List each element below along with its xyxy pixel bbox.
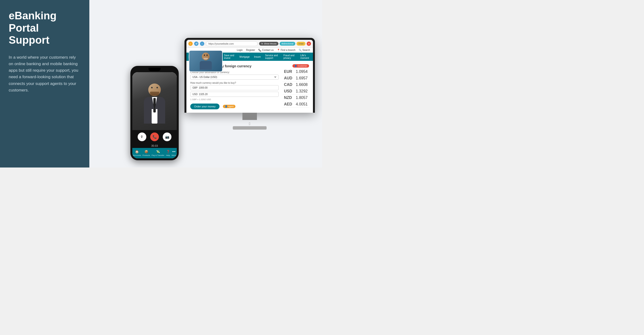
phone-header-icon: 📞 [258,49,261,51]
right-panel: 🎙 📞 📷 35:03 🏠 Accounts 📦 Products [89,0,322,167]
show-mouse-label: Show Mouse [264,42,276,45]
currency-table: EUR 1.0954 AUD 1.6957 CAD 1.6608 [282,68,309,108]
cad-code: CAD [284,82,292,87]
browser-toolbar: ‹ ↺ › https://yourwebsite.com 🖱 Show Mou… [186,40,313,48]
monitor-screen: ‹ ↺ › https://yourwebsite.com 🖱 Show Mou… [186,40,313,113]
phone-nav-more[interactable]: ••• More [172,149,176,156]
eur-rate: 1.0954 [296,69,308,74]
aud-code: AUD [284,76,292,80]
usd-code: USD [284,89,292,93]
forward-button[interactable]: › [200,41,204,46]
phone-video-area [132,72,177,130]
search-link[interactable]: 🔍 Search [299,49,310,51]
monitor-frame: ‹ ↺ › https://yourwebsite.com 🖱 Show Mou… [184,38,315,113]
url-text: https://yourwebsite.com [208,42,234,45]
usd-rate: 1.3292 [296,89,308,93]
eur-code: EUR [284,69,292,74]
pay-transfer-icon: 💸 [156,149,160,154]
currency-row-usd: USD 1.3292 [282,88,309,95]
currency-rates-panel: 👤 Customer EUR 1.0954 AUD 1.69 [282,64,309,109]
phone-nav-pay-label: Pay & Transfer [152,154,164,156]
phone-bottom-nav: 🏠 Accounts 📦 Products 💸 Pay & Transfer ❓… [132,148,177,158]
nav-fraud-privacy[interactable]: Fraud and privacy [282,53,297,60]
nav-lifes-moment[interactable]: Life's moment [300,53,311,60]
show-mouse-button[interactable]: 🖱 Show Mouse [259,42,278,46]
agent-label: Agent [228,105,234,108]
nav-insure[interactable]: Insure [253,55,262,59]
draw-button[interactable]: Draw [296,42,306,46]
exchange-rate-text: 1 GBP = 1.3292 USD [190,98,279,101]
agent-badge: 👤 Agent [223,105,236,108]
help-icon: ❓ [166,149,170,154]
destination-select[interactable]: USA - US Dollar (USD) [190,75,279,80]
phone-nav-more-label: More [172,154,176,156]
contact-us-link[interactable]: 📞 Contact us [258,49,274,51]
currency-row-aud: AUD 1.6957 [282,75,309,82]
phone-screen: 🎙 📞 📷 35:03 🏠 Accounts 📦 Products [132,72,177,158]
camera-button[interactable]: 📷 [163,132,172,141]
back-button[interactable]: ‹ [188,41,193,46]
mute-button[interactable]: 🎙 [138,132,146,141]
customer-label: Customer [298,65,307,67]
bank-page-wrap: Login Register 📞 Contact us 📍 Find a bra… [186,48,313,113]
bidirectional-button[interactable]: Bidirectional [280,42,295,46]
close-session-button[interactable]: ✕ [307,41,311,46]
phone-nav-help-label: Help [166,154,170,156]
monitor-stand:  [184,113,315,130]
more-icon: ••• [172,149,176,154]
search-icon: 🔍 [299,49,302,51]
order-label: Order your money [194,105,216,108]
currency-row-cad: CAD 1.6608 [282,82,309,88]
close-icon: ✕ [308,42,310,45]
draw-label: Draw [298,42,304,45]
description-text: In a world where your customers rely on … [9,54,81,93]
cursor-icon: 🖱 [261,42,263,45]
phone-nav-help[interactable]: ❓ Help [166,149,170,156]
register-link[interactable]: Register [246,49,255,51]
refresh-button[interactable]: ↺ [194,41,198,46]
monitor-neck [242,113,257,120]
aed-code: AED [284,102,292,106]
currency-row-aed: AED 4.0051 [282,101,309,108]
video-overlay [189,50,223,72]
monitor-base [233,126,266,130]
login-link[interactable]: Login [237,49,243,51]
currency-row-eur: EUR 1.0954 [282,68,309,75]
toolbar-buttons: 🖱 Show Mouse Bidirectional Draw ✕ [259,41,311,46]
end-call-button[interactable]: 📞 [150,132,159,141]
gbp-input[interactable] [190,85,279,90]
phone-nav-products-label: Products [142,154,150,156]
nzd-rate: 1.8057 [296,96,308,100]
usd-input[interactable] [190,92,279,97]
call-controls: 🎙 📞 📷 [132,130,177,144]
nav-service-support[interactable]: Service and support [264,53,280,60]
phone-nav-accounts[interactable]: 🏠 Accounts [133,149,141,156]
call-timer: 35:03 [132,144,177,148]
monitor-device: ‹ ↺ › https://yourwebsite.com 🖱 Show Mou… [184,38,315,130]
agent-icon: 👤 [225,105,228,108]
phone-device: 🎙 📞 📷 35:03 🏠 Accounts 📦 Products [130,66,179,160]
page-title: eBanking Portal Support [9,10,81,46]
cad-rate: 1.6608 [296,82,308,87]
phone-nav-pay[interactable]: 💸 Pay & Transfer [152,149,164,156]
aed-rate: 4.0051 [296,102,308,106]
phone-frame: 🎙 📞 📷 35:03 🏠 Accounts 📦 Products [130,66,179,160]
find-branch-link[interactable]: 📍 Find a branch [277,49,295,51]
phone-nav-products[interactable]: 📦 Products [142,149,150,156]
amount-label: How much currency would you like to buy? [190,82,279,84]
location-icon: 📍 [277,49,280,51]
nav-mortgage[interactable]: Mortgage [238,55,251,59]
currency-row-nzd: NZD 1.8057 [282,95,309,101]
customer-icon: 👤 [294,65,297,67]
left-panel: eBanking Portal Support In a world where… [0,0,89,167]
phone-notch [148,68,160,71]
home-icon: 🏠 [135,149,139,154]
address-bar[interactable]: https://yourwebsite.com [206,41,258,46]
order-button[interactable]: Order your money [190,103,220,109]
nav-save-invest[interactable]: Save and invest [223,53,236,60]
apple-logo:  [247,121,252,126]
products-icon: 📦 [144,149,148,154]
aud-rate: 1.6957 [296,76,308,80]
customer-badge: 👤 Customer [292,64,309,68]
phone-nav-accounts-label: Accounts [133,154,141,156]
